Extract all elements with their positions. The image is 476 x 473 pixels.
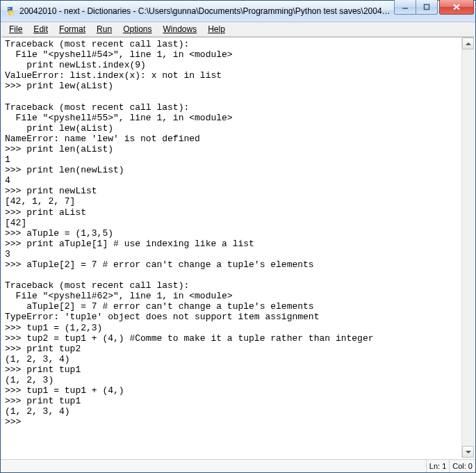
status-line: Ln: 1 xyxy=(426,460,449,472)
status-col: Col: 0 xyxy=(449,460,475,472)
idle-window: 20042010 - next - Dictionaries - C:\User… xyxy=(0,0,476,473)
window-title: 20042010 - next - Dictionaries - C:\User… xyxy=(19,6,395,16)
svg-point-0 xyxy=(8,8,10,9)
chevron-down-icon xyxy=(466,451,471,454)
menu-edit[interactable]: Edit xyxy=(28,23,54,35)
close-button[interactable] xyxy=(439,0,474,15)
menu-options[interactable]: Options xyxy=(117,23,157,35)
vertical-scrollbar[interactable] xyxy=(461,37,474,458)
editor-area: Traceback (most recent call last): File … xyxy=(1,37,475,459)
svg-rect-3 xyxy=(425,5,429,10)
app-icon xyxy=(5,6,16,17)
menu-format[interactable]: Format xyxy=(54,23,91,35)
menu-help[interactable]: Help xyxy=(202,23,231,35)
titlebar[interactable]: 20042010 - next - Dictionaries - C:\User… xyxy=(1,1,475,22)
scroll-up-button[interactable] xyxy=(462,38,474,49)
svg-point-1 xyxy=(11,13,13,15)
menu-windows[interactable]: Windows xyxy=(158,23,203,35)
minimize-button[interactable] xyxy=(394,0,416,15)
menubar: File Edit Format Run Options Windows Hel… xyxy=(1,22,475,37)
scroll-down-button[interactable] xyxy=(462,446,474,458)
menu-file[interactable]: File xyxy=(3,23,28,35)
statusbar: Ln: 1 Col: 0 xyxy=(1,459,475,472)
menu-run[interactable]: Run xyxy=(91,23,117,35)
maximize-button[interactable] xyxy=(416,0,438,15)
window-controls xyxy=(395,0,474,15)
code-editor[interactable]: Traceback (most recent call last): File … xyxy=(2,37,461,458)
chevron-up-icon xyxy=(466,42,471,45)
